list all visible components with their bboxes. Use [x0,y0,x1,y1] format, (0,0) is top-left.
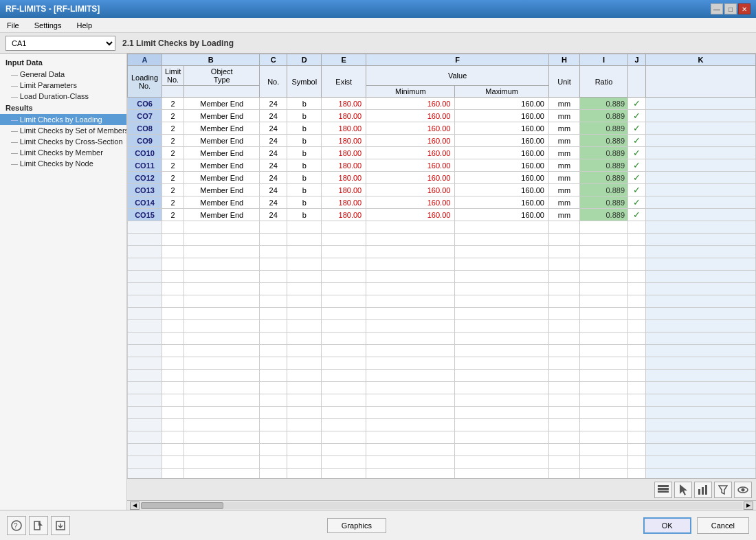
table-row[interactable]: CO6 2 Member End 24 b 180.00 160.00 160.… [128,98,756,110]
filter-icon-btn[interactable] [714,482,732,498]
row-check: ✓ [628,209,646,221]
row-no: 24 [260,209,287,221]
table-row-empty [128,370,756,382]
sidebar-item-general-data[interactable]: General Data [0,69,126,80]
row-unit: mm [549,159,580,172]
empty-cell [549,271,580,283]
table-row[interactable]: CO14 2 Member End 24 b 180.00 160.00 160… [128,196,756,209]
table-row-empty [128,357,756,370]
table-row[interactable]: CO9 2 Member End 24 b 180.00 160.00 160.… [128,135,756,147]
sidebar-item-limit-checks-loading[interactable]: Limit Checks by Loading [0,114,126,125]
minimize-button[interactable]: — [711,3,723,14]
row-exist: 180.00 [322,172,366,184]
horizontal-scrollbar[interactable]: ◀ ▶ [127,500,756,510]
import-button[interactable] [51,516,70,535]
table-icon-btn[interactable] [654,482,672,498]
table-row-empty [128,283,756,295]
empty-cell [455,456,549,469]
row-unit: mm [549,172,580,184]
menu-help[interactable]: Help [72,20,96,31]
row-type: Member End [184,122,260,135]
table-row[interactable]: CO7 2 Member End 24 b 180.00 160.00 160.… [128,110,756,122]
export-button[interactable] [29,516,48,535]
col-header-j: J [628,54,646,66]
empty-cell [260,320,287,333]
sidebar-item-load-duration[interactable]: Load Duration-Class [0,91,126,102]
scroll-right-arrow[interactable]: ▶ [744,502,753,510]
sidebar-item-limit-checks-member[interactable]: Limit Checks by Member [0,147,126,158]
table-row[interactable]: CO11 2 Member End 24 b 180.00 160.00 160… [128,159,756,172]
empty-cell [322,456,366,469]
ok-button[interactable]: OK [643,517,691,534]
empty-cell [322,295,366,308]
menu-settings[interactable]: Settings [30,20,66,31]
empty-cell [455,234,549,246]
action-buttons: OK Cancel [643,517,749,534]
cursor-icon-btn[interactable] [674,482,692,498]
row-check: ✓ [628,159,646,172]
empty-cell [366,295,455,308]
empty-cell [128,320,162,333]
row-k [646,209,756,221]
empty-cell [455,271,549,283]
eye-icon-btn[interactable] [734,482,752,498]
empty-cell [455,308,549,320]
empty-cell [128,419,162,431]
empty-cell [322,221,366,234]
row-limit-no: 2 [162,122,184,135]
sidebar-group-input-data: Input Data [0,56,126,69]
empty-cell [366,258,455,271]
empty-cell [549,234,580,246]
row-symbol: b [287,122,322,135]
sub-header-j [628,66,646,98]
table-row[interactable]: CO10 2 Member End 24 b 180.00 160.00 160… [128,147,756,159]
empty-cell [128,234,162,246]
row-symbol: b [287,172,322,184]
empty-cell [260,444,287,456]
ca-dropdown[interactable]: CA1 CA2 CA3 [5,36,115,51]
scroll-left-arrow[interactable]: ◀ [130,502,140,510]
menu-file[interactable]: File [3,20,23,31]
close-button[interactable]: ✕ [738,3,751,14]
empty-cell [260,469,287,479]
empty-cell [628,431,646,444]
empty-cell [549,283,580,295]
empty-cell [184,370,260,382]
row-ratio: 0.889 [580,98,628,110]
empty-cell [322,246,366,258]
empty-cell [287,456,322,469]
empty-cell [287,431,322,444]
table-row[interactable]: CO8 2 Member End 24 b 180.00 160.00 160.… [128,122,756,135]
empty-cell [366,308,455,320]
row-check: ✓ [628,184,646,196]
empty-cell [549,444,580,456]
sidebar-item-limit-checks-cross[interactable]: Limit Checks by Cross-Section [0,136,126,147]
scroll-thumb[interactable] [141,502,223,509]
sidebar-item-limit-checks-node[interactable]: Limit Checks by Node [0,158,126,169]
row-unit: mm [549,135,580,147]
empty-cell [162,357,184,370]
table-row[interactable]: CO15 2 Member End 24 b 180.00 160.00 160… [128,209,756,221]
graphics-button[interactable]: Graphics [327,518,386,533]
row-max: 160.00 [455,172,549,184]
empty-cell [366,469,455,479]
empty-cell [260,333,287,345]
back-nav-button[interactable]: ? [7,516,26,535]
empty-cell [580,333,628,345]
table-row-empty [128,320,756,333]
empty-cell [184,271,260,283]
empty-cell [549,333,580,345]
row-symbol: b [287,98,322,110]
empty-cell [646,271,756,283]
sidebar-item-limit-checks-set[interactable]: Limit Checks by Set of Members [0,125,126,136]
sidebar-item-limit-parameters[interactable]: Limit Parameters [0,80,126,91]
col-header-a: A [128,54,162,66]
empty-cell [366,444,455,456]
table-row[interactable]: CO12 2 Member End 24 b 180.00 160.00 160… [128,172,756,184]
chart-icon-btn[interactable] [694,482,712,498]
cancel-button[interactable]: Cancel [697,517,749,534]
empty-cell [580,419,628,431]
row-id: CO9 [128,135,162,147]
table-row[interactable]: CO13 2 Member End 24 b 180.00 160.00 160… [128,184,756,196]
maximize-button[interactable]: □ [724,3,737,14]
